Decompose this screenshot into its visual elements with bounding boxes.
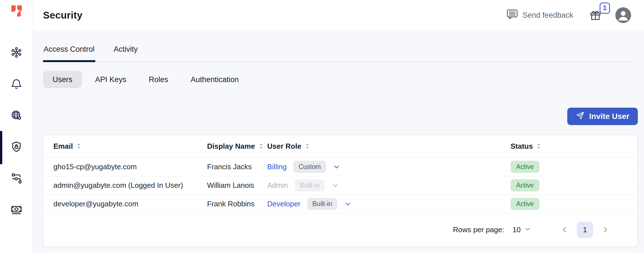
subtab-users[interactable]: Users: [43, 71, 82, 88]
table-row: developer@yugabyte.com Frank Robbins Dev…: [43, 195, 638, 213]
role-type-badge: Custom: [293, 161, 326, 173]
subtab-bar: Users API Keys Roles Authentication: [43, 71, 261, 88]
status-cell: Active: [511, 161, 638, 173]
column-header-email[interactable]: Email: [53, 142, 207, 151]
email-cell: gho15-cp@yugabyte.com: [53, 162, 207, 171]
sidebar-item-billing[interactable]: [0, 195, 33, 226]
sidebar: [0, 0, 33, 253]
sidebar-item-integrations[interactable]: [0, 163, 33, 195]
security-shield-lock-icon: [10, 141, 23, 154]
paper-plane-icon: [576, 111, 585, 122]
role-type-badge: Built-in: [295, 179, 325, 191]
user-role-cell: Admin Built-in: [267, 179, 511, 191]
status-badge: Active: [511, 179, 539, 191]
table-header-row: Email Display Name User Role Status: [43, 135, 638, 158]
alerts-bell-icon: [10, 78, 23, 91]
rows-per-page-label: Rows per page:: [453, 225, 504, 234]
status-badge: Active: [511, 161, 539, 173]
email-cell: admin@yugabyte.com (Logged In User): [53, 181, 207, 190]
integrations-flow-icon: [10, 172, 23, 186]
yugabyte-logo[interactable]: [9, 4, 23, 18]
send-feedback-button[interactable]: Send feedback: [506, 8, 573, 22]
sidebar-nav: [0, 37, 33, 226]
page-title: Security: [43, 10, 83, 21]
sidebar-item-network[interactable]: [0, 100, 33, 132]
status-cell: Active: [511, 198, 638, 210]
role-type-badge: Built-in: [307, 198, 337, 210]
header-actions: Send feedback 1: [506, 7, 631, 23]
sort-icon[interactable]: [536, 143, 541, 149]
display-name-cell: Frank Robbins: [207, 200, 267, 208]
next-page-button[interactable]: [601, 225, 609, 234]
previous-page-button[interactable]: [561, 225, 569, 234]
table-row: admin@yugabyte.com (Logged In User) Will…: [43, 176, 638, 195]
subtab-authentication[interactable]: Authentication: [191, 71, 239, 88]
pager: 1: [561, 222, 609, 238]
chevron-down-icon[interactable]: [344, 200, 352, 208]
gift-count-badge: 1: [600, 3, 610, 14]
sort-icon[interactable]: [305, 143, 310, 149]
role-link: Admin: [267, 181, 288, 190]
sidebar-item-alerts[interactable]: [0, 69, 33, 100]
page-number-button[interactable]: 1: [577, 222, 593, 238]
status-badge: Active: [511, 198, 539, 210]
display-name-cell: William Lanois: [207, 181, 267, 190]
tab-bar: Access Control Activity: [43, 37, 638, 62]
column-header-status[interactable]: Status: [511, 142, 638, 151]
network-globe-gear-icon: [10, 109, 23, 123]
user-avatar[interactable]: [615, 7, 631, 23]
column-header-user-role[interactable]: User Role: [267, 142, 511, 151]
whats-new-button[interactable]: 1: [589, 9, 602, 22]
send-feedback-label: Send feedback: [523, 11, 573, 20]
user-role-cell: Developer Built-in: [267, 198, 511, 210]
feedback-bubble-icon: [506, 8, 518, 22]
tab-access-control[interactable]: Access Control: [43, 37, 95, 62]
role-link[interactable]: Billing: [267, 162, 287, 171]
sort-icon[interactable]: [258, 143, 264, 149]
billing-money-icon: [10, 204, 23, 217]
chevron-down-icon[interactable]: [331, 182, 339, 189]
sort-icon[interactable]: [76, 143, 81, 149]
users-table-card: Email Display Name User Role Status gho1…: [43, 135, 638, 247]
invite-user-button[interactable]: Invite User: [567, 108, 638, 125]
pagination-bar: Rows per page: 10 1: [43, 213, 638, 247]
clusters-icon: [10, 46, 23, 60]
table-row: gho15-cp@yugabyte.com Francis Jacks Bill…: [43, 158, 638, 176]
subtab-roles[interactable]: Roles: [149, 71, 168, 88]
display-name-cell: Francis Jacks: [207, 162, 267, 171]
subtab-api-keys[interactable]: API Keys: [95, 71, 126, 88]
sidebar-item-clusters[interactable]: [0, 37, 33, 69]
column-header-display-name[interactable]: Display Name: [207, 142, 267, 151]
tab-activity[interactable]: Activity: [113, 37, 139, 62]
email-cell: developer@yugabyte.com: [53, 200, 207, 208]
rows-per-page-value: 10: [513, 225, 521, 234]
status-cell: Active: [511, 179, 638, 191]
chevron-down-icon[interactable]: [333, 163, 341, 171]
invite-user-label: Invite User: [589, 112, 629, 121]
sidebar-item-security[interactable]: [0, 132, 33, 163]
top-header: Security Send feedback: [33, 0, 644, 31]
chevron-down-icon: [524, 225, 531, 234]
rows-per-page-select[interactable]: 10: [513, 225, 531, 234]
role-link[interactable]: Developer: [267, 200, 301, 208]
user-role-cell: Billing Custom: [267, 161, 511, 173]
